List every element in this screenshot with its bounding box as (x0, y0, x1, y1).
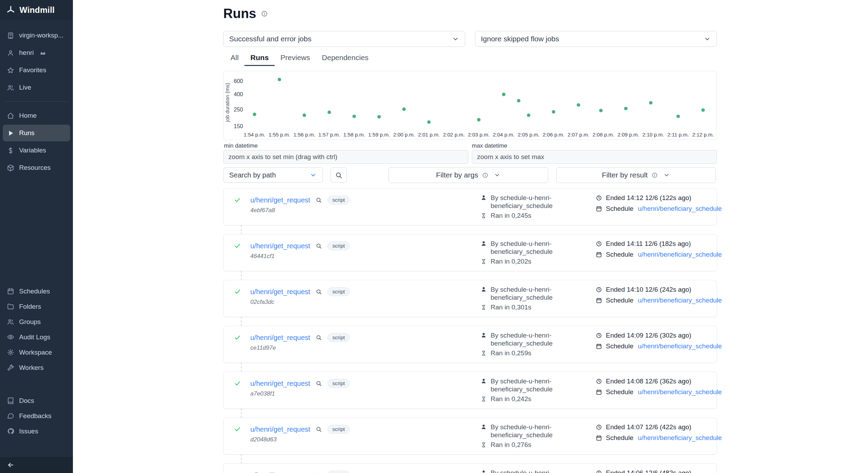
svg-text:1:58 p.m.: 1:58 p.m. (343, 132, 365, 138)
sidebar-item-workspace-selector[interactable]: virgin-worksp... (3, 27, 70, 44)
inspect-run-icon[interactable] (316, 380, 322, 387)
gear-icon (7, 349, 14, 356)
run-connector (223, 225, 717, 234)
tab-previews[interactable]: Previews (275, 51, 316, 66)
filter-by-result-button[interactable]: Filter by result (556, 167, 716, 183)
schedule-link[interactable]: u/henri/beneficiary_schedule (638, 297, 722, 304)
sidebar-item-user-menu[interactable]: henri (3, 44, 70, 61)
schedule-link[interactable]: u/henri/beneficiary_schedule (638, 342, 722, 350)
job-kind-badge: script (327, 196, 350, 205)
filter-by-args-button[interactable]: Filter by args (389, 167, 548, 183)
ended-text: Ended 14:06 12/6 (482s ago) (606, 469, 691, 473)
schedule-link[interactable]: u/henri/beneficiary_schedule (638, 434, 722, 442)
sidebar-item-variables[interactable]: Variables (3, 142, 70, 159)
duration-chart[interactable]: job duration (ms)6004002501501:54 p.m.1:… (223, 71, 717, 140)
sidebar-item-workspace[interactable]: Workspace (3, 345, 70, 360)
sidebar-item-audit-logs[interactable]: Audit Logs (3, 330, 70, 345)
search-by-path-select[interactable]: Search by path (223, 167, 323, 183)
run-path-link[interactable]: u/henri/get_request (250, 242, 310, 250)
run-path-link[interactable]: u/henri/get_request (250, 471, 310, 473)
max-datetime-input[interactable] (472, 150, 717, 164)
run-path-link[interactable]: u/henri/get_request (250, 196, 310, 204)
run-card[interactable]: u/henri/get_request script a7e038f1 By s… (223, 372, 717, 409)
sidebar-item-folders[interactable]: Folders (3, 299, 70, 314)
run-card[interactable]: u/henri/get_request script By schedule-u… (223, 463, 717, 473)
app-logo[interactable]: Windmill (0, 0, 73, 20)
success-check-icon (234, 472, 241, 473)
sidebar-item-feedbacks[interactable]: Feedbacks (3, 408, 70, 423)
duration-icon (481, 442, 486, 448)
svg-text:1:55 p.m.: 1:55 p.m. (269, 132, 291, 138)
run-path-link[interactable]: u/henri/get_request (250, 334, 310, 342)
sidebar-item-resources[interactable]: Resources (3, 159, 70, 176)
success-check-icon (234, 380, 241, 387)
job-status-select[interactable]: Successful and error jobs (223, 31, 465, 47)
info-icon[interactable] (261, 10, 268, 17)
svg-text:2:07 p.m.: 2:07 p.m. (568, 132, 590, 138)
run-card[interactable]: u/henri/get_request script 46441cf1 By s… (223, 234, 717, 271)
inspect-run-icon[interactable] (316, 289, 322, 295)
svg-text:2:12 p.m.: 2:12 p.m. (692, 132, 714, 138)
svg-text:2:00 p.m.: 2:00 p.m. (393, 132, 415, 138)
run-path-link[interactable]: u/henri/get_request (250, 380, 310, 388)
job-status-select-value: Successful and error jobs (229, 35, 311, 43)
run-card-left: u/henri/get_request script (234, 471, 350, 473)
inspect-run-icon[interactable] (316, 243, 322, 249)
sidebar-item-schedules[interactable]: Schedules (3, 284, 70, 299)
inspect-run-icon[interactable] (316, 334, 322, 341)
skipped-flows-select[interactable]: Ignore skipped flow jobs (475, 31, 717, 47)
collapse-sidebar-button[interactable] (7, 461, 15, 469)
sidebar-item-groups[interactable]: Groups (3, 314, 70, 329)
search-button[interactable] (331, 167, 347, 183)
inspect-run-icon[interactable] (316, 426, 322, 432)
run-connector (223, 271, 717, 280)
schedule-link[interactable]: u/henri/beneficiary_schedule (638, 205, 722, 213)
search-by-path-value: Search by path (229, 171, 276, 179)
tab-all[interactable]: All (225, 51, 244, 66)
schedule-link[interactable]: u/henri/beneficiary_schedule (638, 251, 722, 258)
duration-icon (481, 305, 486, 310)
min-datetime-input[interactable] (223, 150, 468, 164)
triggered-by-text: By schedule-u-henri-beneficiary_schedule (491, 285, 562, 302)
ended-text: Ended 14:11 12/6 (182s ago) (606, 240, 691, 248)
run-card[interactable]: u/henri/get_request script ce11d97e By s… (223, 326, 717, 363)
ended-time-icon (596, 287, 602, 293)
svg-text:job duration (ms): job duration (ms) (224, 83, 230, 123)
ended-text: Ended 14:12 12/6 (122s ago) (606, 194, 691, 202)
tab-runs[interactable]: Runs (244, 51, 275, 66)
skipped-flows-select-value: Ignore skipped flow jobs (481, 35, 559, 43)
eye-icon (7, 333, 14, 341)
svg-text:600: 600 (234, 78, 243, 84)
run-connector (223, 409, 717, 417)
sidebar-item-home[interactable]: Home (3, 107, 70, 124)
triggered-by-text: By schedule-u-henri-beneficiary_schedule (491, 423, 562, 439)
sidebar-item-docs[interactable]: Docs (3, 393, 70, 408)
ended-text: Ended 14:09 12/6 (302s ago) (606, 332, 691, 339)
sidebar-item-issues[interactable]: Issues (3, 424, 70, 439)
triggered-by-text: By schedule-u-henri-beneficiary_schedule (491, 377, 562, 393)
run-duration-text: Ran in 0,259s (491, 349, 531, 357)
run-card[interactable]: u/henri/get_request script 4ebf67a8 By s… (223, 188, 717, 225)
svg-text:1:57 p.m.: 1:57 p.m. (318, 132, 340, 138)
run-card-right: Ended 14:12 12/6 (122s ago) Schedule u/h… (596, 194, 722, 213)
run-card[interactable]: u/henri/get_request script 02cfa3dc By s… (223, 280, 717, 317)
job-kind-badge: script (327, 287, 350, 296)
run-card[interactable]: u/henri/get_request script d2048d63 By s… (223, 417, 717, 455)
sidebar-item-live[interactable]: Live (3, 79, 70, 96)
sidebar-footer (0, 457, 73, 473)
run-path-link[interactable]: u/henri/get_request (250, 425, 310, 433)
schedule-link[interactable]: u/henri/beneficiary_schedule (638, 388, 722, 396)
run-connector (223, 363, 717, 372)
run-path-link[interactable]: u/henri/get_request (250, 288, 310, 296)
sidebar-item-workers[interactable]: Workers (3, 360, 70, 375)
chevron-down-icon (452, 35, 459, 43)
sidebar-item-runs[interactable]: Runs (3, 125, 70, 141)
run-id: 46441cf1 (250, 253, 350, 260)
info-icon (652, 172, 658, 178)
inspect-run-icon[interactable] (316, 197, 322, 203)
tab-dependencies[interactable]: Dependencies (316, 51, 374, 66)
sidebar-item-favorites[interactable]: Favorites (3, 62, 70, 78)
run-card-right: Ended 14:09 12/6 (302s ago) Schedule u/h… (596, 332, 722, 350)
job-kind-badge: script (327, 425, 350, 434)
crown-icon (39, 49, 47, 57)
